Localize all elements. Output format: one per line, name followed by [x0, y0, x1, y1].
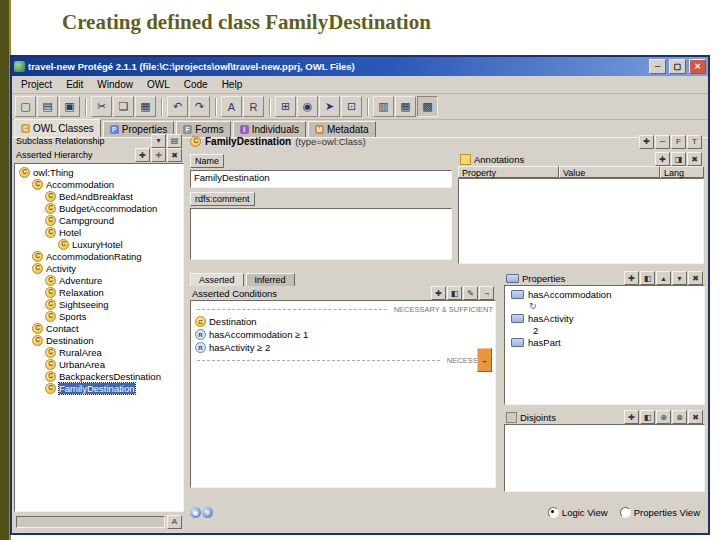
property-item[interactable]: 2	[507, 324, 702, 336]
delete-class-icon[interactable]: ✖	[167, 148, 182, 162]
window-titlebar[interactable]: travel-new Protégé 2.1.1 (file:\C:\proje…	[12, 57, 708, 76]
delete-property-icon[interactable]: ✖	[688, 271, 703, 285]
tab-asserted[interactable]: Asserted	[190, 273, 244, 286]
sort-az-icon[interactable]: A	[167, 515, 182, 529]
class-tree-item[interactable]: C Accommodation	[15, 178, 183, 190]
inference-icon: ✳	[202, 507, 213, 518]
class-name-input[interactable]: FamilyDestination	[190, 170, 452, 188]
add-annotation-icon[interactable]: ◨	[671, 152, 686, 166]
disjoints-list[interactable]	[504, 424, 705, 492]
move-up-icon[interactable]: ▴	[656, 271, 671, 285]
panel-menu-icon[interactable]: ▾	[151, 134, 166, 148]
maximize-button[interactable]: ▢	[669, 59, 686, 74]
mutual-disjoint-icon[interactable]: ⊗	[672, 410, 687, 424]
class-tree-item[interactable]: C Relaxation	[15, 286, 183, 298]
property-item[interactable]: hasAccommodation	[507, 288, 702, 300]
layout-icon[interactable]: ▥	[373, 96, 394, 117]
grid-icon[interactable]: ▩	[417, 96, 438, 117]
add-disjoint-icon[interactable]: ◧	[640, 410, 655, 424]
expand-all-icon[interactable]: ⊡	[341, 96, 362, 117]
table-icon[interactable]: ▦	[395, 96, 416, 117]
letter-T-icon[interactable]: T	[687, 135, 702, 149]
class-tree-item[interactable]: C Adventure	[15, 274, 183, 286]
menu-project[interactable]: Project	[14, 78, 59, 91]
add-condition-icon[interactable]: ◧	[447, 286, 462, 300]
class-tree-item[interactable]: C AccommodationRating	[15, 250, 183, 262]
create-disjoint-icon[interactable]: ✚	[624, 410, 639, 424]
class-tree-item[interactable]: C BackpackersDestination	[15, 370, 183, 382]
delete-annotation-icon[interactable]: ✖	[687, 152, 702, 166]
condition-item[interactable]: R hasActivity ≥ 2	[193, 341, 493, 354]
close-button[interactable]: ✕	[689, 59, 706, 74]
annotations-column-header[interactable]: Property	[458, 166, 559, 178]
comment-input[interactable]	[190, 208, 452, 260]
class-tree-item[interactable]: C Campground	[15, 214, 183, 226]
comment-widget: rdfs:comment	[190, 192, 452, 260]
add-property-icon[interactable]: ◧	[640, 271, 655, 285]
class-tree-item-label: Campground	[59, 215, 114, 226]
condition-item: NECESSARY	[193, 354, 493, 366]
radio-logic-view[interactable]: Logic View	[548, 507, 608, 518]
letter-A-icon[interactable]: A	[221, 96, 242, 117]
menu-window[interactable]: Window	[90, 78, 140, 91]
property-item[interactable]: hasActivity	[507, 312, 702, 324]
remove-condition-button[interactable]: -	[477, 348, 492, 372]
negate-condition-icon[interactable]: ¬	[479, 286, 494, 300]
class-tree-item[interactable]: C Activity	[15, 262, 183, 274]
class-tree-item[interactable]: C Sightseeing	[15, 298, 183, 310]
cut-icon[interactable]: ✂	[91, 96, 112, 117]
annotations-table-body[interactable]	[458, 178, 704, 264]
menu-owl[interactable]: OWL	[140, 78, 177, 91]
add-class-icon[interactable]: ✚	[639, 135, 654, 149]
condition-item[interactable]: R hasAccommodation ≥ 1	[193, 328, 493, 341]
move-down-icon[interactable]: ▾	[672, 271, 687, 285]
class-icon: C	[45, 227, 56, 238]
condition-item[interactable]: C Destination	[193, 315, 493, 328]
redo-icon[interactable]: ↷	[189, 96, 210, 117]
toolbar: ▢▤▣✂❏▦↶↷AR⊞◉➤⊡▥▦▩	[12, 94, 708, 120]
menu-code[interactable]: Code	[177, 78, 215, 91]
save-project-icon[interactable]: ▣	[59, 96, 80, 117]
class-tree-item[interactable]: C Contact	[15, 322, 183, 334]
panel-detach-icon[interactable]: ▤	[167, 134, 182, 148]
tab-inferred[interactable]: Inferred	[246, 273, 295, 286]
menu-edit[interactable]: Edit	[59, 78, 90, 91]
annotations-column-header[interactable]: Lang	[660, 166, 704, 178]
create-annotation-icon[interactable]: ✚	[655, 152, 670, 166]
property-item[interactable]: hasPart	[507, 336, 702, 348]
open-project-icon[interactable]: ▤	[37, 96, 58, 117]
insert-widget-icon[interactable]: ⊞	[275, 96, 296, 117]
property-item[interactable]: ↻	[507, 300, 702, 312]
letter-R-icon[interactable]: R	[243, 96, 264, 117]
copy-icon[interactable]: ❏	[113, 96, 134, 117]
class-tree-item[interactable]: C owl:Thing	[15, 166, 183, 178]
menu-help[interactable]: Help	[215, 78, 250, 91]
new-project-icon[interactable]: ▢	[15, 96, 36, 117]
letter-F-icon[interactable]: F	[671, 135, 686, 149]
create-property-icon[interactable]: ✚	[624, 271, 639, 285]
class-tree-item[interactable]: C RuralArea	[15, 346, 183, 358]
minimize-button[interactable]: ─	[649, 59, 666, 74]
class-tree-item[interactable]: C BedAndBreakfast	[15, 190, 183, 202]
tree-item-family-destination[interactable]: C FamilyDestination	[15, 382, 183, 394]
remove-class-icon[interactable]: ─	[655, 135, 670, 149]
create-condition-icon[interactable]: ✚	[431, 286, 446, 300]
ontology-globe-icon[interactable]: ◉	[297, 96, 318, 117]
delete-disjoint-icon[interactable]: ✖	[688, 410, 703, 424]
edit-condition-icon[interactable]: ✎	[463, 286, 478, 300]
paste-icon[interactable]: ▦	[135, 96, 156, 117]
undo-icon[interactable]: ↶	[167, 96, 188, 117]
selected-class-type: (type=owl:Class)	[295, 136, 365, 147]
run-inference-icon[interactable]: ➤	[319, 96, 340, 117]
add-siblings-icon[interactable]: ⊕	[656, 410, 671, 424]
class-tree-item[interactable]: C UrbanArea	[15, 358, 183, 370]
class-tree-item[interactable]: C BudgetAccommodation	[15, 202, 183, 214]
class-tree-item[interactable]: C Hotel	[15, 226, 183, 238]
radio-properties-view[interactable]: Properties View	[620, 507, 700, 518]
class-tree-item[interactable]: C Sports	[15, 310, 183, 322]
annotations-column-header[interactable]: Value	[559, 166, 660, 178]
class-tree-item[interactable]: C Destination	[15, 334, 183, 346]
class-tree-item[interactable]: C LuxuryHotel	[15, 238, 183, 250]
create-class-icon[interactable]: ✚	[135, 148, 150, 162]
create-subclass-icon[interactable]: ✛	[151, 148, 166, 162]
